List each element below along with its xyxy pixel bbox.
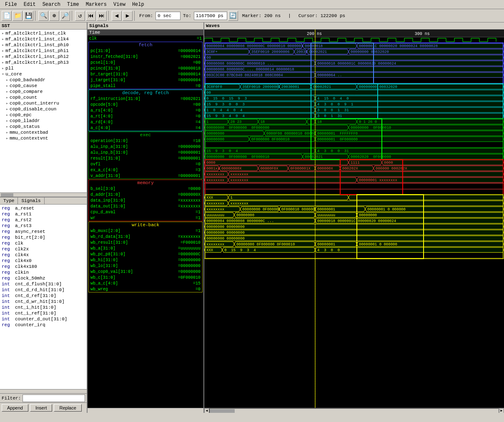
ts-row: intcnt_d_ref[31:0] bbox=[1, 293, 86, 299]
ts-row: intcnt_i_hit[31:0] bbox=[1, 305, 86, 310]
sst-item[interactable]: ▸cop0_disable_coun bbox=[1, 106, 86, 112]
sig-row: wb_pc_p8[31:0]=0000000C bbox=[89, 251, 202, 257]
memory-title: memory bbox=[89, 180, 202, 186]
sig-row: j_target[31:0]=00000084 bbox=[89, 77, 202, 83]
ts-content[interactable]: rega_reset rega_rst1 rega_rst2 rega_rst3… bbox=[0, 205, 87, 389]
ts-row: rega_rst2 bbox=[1, 217, 86, 223]
sig-row: pc[31:0]=00000014 bbox=[89, 48, 202, 54]
main-area: SST ▸mf_altclkctrl_inst_clk ▸mf_altclkct… bbox=[0, 22, 504, 413]
sst-item[interactable]: ▸mf_altclkctrl_inst_phi1 bbox=[1, 48, 86, 54]
sst-item[interactable]: ▸mf_altclkctrl_inst_clk bbox=[1, 30, 86, 36]
tab-signals[interactable]: Signals bbox=[18, 197, 44, 204]
sig-row: wb_a_c[4:0]=15 bbox=[89, 280, 202, 286]
scroll-track[interactable] bbox=[209, 408, 499, 413]
scroll-left-arrow[interactable]: ◀ bbox=[204, 408, 209, 413]
ts-row: intcnt_i_ref[31:0] bbox=[1, 310, 86, 316]
refresh-button[interactable]: 🔄 bbox=[228, 11, 238, 21]
signals-header: Signals bbox=[88, 22, 203, 30]
menu-edit[interactable]: Edit bbox=[20, 1, 39, 8]
tab-type[interactable]: Type bbox=[0, 197, 18, 204]
sig-row: opcode[5:0]=00 bbox=[89, 102, 202, 107]
sig-row: br_target[31:0]=00000014 bbox=[89, 71, 202, 77]
sst-item[interactable]: ▸cop0_count_interru bbox=[1, 100, 86, 106]
sig-row: rf_instruction[31:0]=0002021 bbox=[89, 96, 202, 102]
sig-clk: clk =1 bbox=[88, 35, 203, 41]
sig-row: data_out[31:0]=xxxxxxxx bbox=[89, 203, 202, 209]
waves-scrollbar-h[interactable]: ◀ ▶ bbox=[204, 408, 504, 413]
ts-row: regclk4x180 bbox=[1, 264, 86, 270]
filter-input[interactable] bbox=[23, 395, 85, 402]
sig-row: ovfl=0 bbox=[89, 161, 202, 167]
marker-info: Marker: 200 ns bbox=[239, 13, 284, 18]
menu-search[interactable]: Search bbox=[39, 1, 64, 8]
sig-row: v_addr[31:0]=00000001 bbox=[89, 173, 202, 179]
ts-row: regcounter_irq bbox=[1, 322, 86, 328]
sig-row: data_inp[31:0]=xxxxxxxx bbox=[89, 197, 202, 203]
prev-marker-button[interactable]: ⏮ bbox=[86, 11, 96, 21]
toolbar: 📄 📁 💾 🔍 ⊕ 🔎 ↺ ⏮ ⏭ ◀ ▶ From: To: 🔄 Marker… bbox=[0, 9, 504, 22]
waves-content[interactable] bbox=[204, 30, 504, 408]
waves-panel: Waves ◀ ▶ bbox=[204, 22, 504, 413]
sst-item[interactable]: ▸cop0_badvaddr bbox=[1, 77, 86, 83]
new-button[interactable]: 📄 bbox=[2, 11, 12, 21]
sst-item[interactable]: ▸mf_altclkctrl_inst_phi0 bbox=[1, 42, 86, 48]
menu-markers[interactable]: Markers bbox=[83, 1, 110, 8]
to-input[interactable] bbox=[194, 12, 227, 20]
ts-row: intcounter_d_out[31:0] bbox=[1, 316, 86, 322]
sst-item[interactable]: ▸cop0_lladdr bbox=[1, 118, 86, 124]
fetch-title: fetch bbox=[89, 42, 202, 48]
append-button[interactable]: Append bbox=[2, 404, 28, 412]
menu-time[interactable]: Time bbox=[64, 1, 83, 8]
sig-row: instr_fetched[31:0]=0002021 bbox=[89, 54, 202, 60]
sst-item[interactable]: ▸mf_altclkctrl_inst_phi2 bbox=[1, 54, 86, 60]
sst-item[interactable]: ▸mf_altclkctrl_inst_phi3 bbox=[1, 60, 86, 65]
ts-row: regclk bbox=[1, 240, 86, 246]
sst-item[interactable]: ▸cop0_count bbox=[1, 95, 86, 100]
next-marker-button[interactable]: ⏭ bbox=[97, 11, 107, 21]
from-input[interactable] bbox=[155, 12, 181, 20]
sst-header: SST bbox=[0, 22, 87, 30]
decode-title: decode, reg fetch bbox=[89, 90, 202, 96]
sig-row: d_addr[31:0]=0000000X bbox=[89, 192, 202, 197]
replace-button[interactable]: Replace bbox=[54, 404, 81, 412]
open-button[interactable]: 📁 bbox=[13, 11, 23, 21]
sst-item[interactable]: ▸mf_altclkctrl_inst_clk4 bbox=[1, 36, 86, 42]
ts-scrollbar[interactable] bbox=[0, 389, 87, 393]
zoom-in-button[interactable]: 🔍 bbox=[38, 11, 48, 21]
sst-item[interactable]: ▸cop0_epc bbox=[1, 112, 86, 118]
reload-button[interactable]: ↺ bbox=[75, 11, 85, 21]
next-button[interactable]: ▶ bbox=[123, 11, 133, 21]
ts-row: intcnt_d_flush[31:0] bbox=[1, 281, 86, 287]
zoom-fit-button[interactable]: ⊕ bbox=[49, 11, 59, 21]
filter-row: Filter: bbox=[0, 393, 87, 402]
scroll-right-arrow[interactable]: ▶ bbox=[499, 408, 504, 413]
sst-content[interactable]: ▸mf_altclkctrl_inst_clk ▸mf_altclkctrl_i… bbox=[0, 30, 87, 192]
insert-button[interactable]: Insert bbox=[30, 404, 53, 412]
sig-row: a_c[4:0]=4 bbox=[89, 125, 202, 131]
sig-row: wb_cop0_val[31:0]=00000000 bbox=[89, 269, 202, 275]
sst-item[interactable]: ▸cop0_cause bbox=[1, 83, 86, 89]
sst-item-ucore[interactable]: ▾u_core bbox=[1, 71, 86, 77]
sig-row: wb_result[31:0]=F000010 bbox=[89, 240, 202, 245]
sst-item[interactable]: ▸cop0_compare bbox=[1, 89, 86, 95]
sig-row: ex_a_c[4:0]=3 bbox=[89, 167, 202, 173]
sig-row: wb_rd_data[31:0]=xxxxxxxx bbox=[89, 234, 202, 240]
save-button[interactable]: 💾 bbox=[23, 11, 33, 21]
menu-help[interactable]: Help bbox=[129, 1, 148, 8]
menu-file[interactable]: File bbox=[2, 1, 20, 8]
menu-view[interactable]: View bbox=[110, 1, 129, 8]
prev-button[interactable]: ◀ bbox=[112, 11, 122, 21]
sst-item[interactable]: ▸mmu_contextbad bbox=[1, 130, 86, 135]
zoom-out-button[interactable]: 🔎 bbox=[60, 11, 70, 21]
waves-canvas[interactable] bbox=[204, 30, 504, 408]
ts-row: intcnt_d_rd_hit[31:0] bbox=[1, 287, 86, 293]
sig-row: wb_c[31:0]=0F000010 bbox=[89, 275, 202, 280]
type-signals-panel: Type Signals rega_reset rega_rst1 rega_r… bbox=[0, 197, 87, 413]
signals-scrollbar[interactable] bbox=[88, 408, 203, 413]
sst-item[interactable]: ▸cop0_status bbox=[1, 124, 86, 130]
ts-row: regclkin bbox=[1, 270, 86, 275]
sst-item[interactable]: ▸mmu_contextvnt bbox=[1, 135, 86, 141]
sig-row: a_rd[4:0]=4 bbox=[89, 119, 202, 125]
sst-item[interactable]: ▸pll bbox=[1, 65, 86, 71]
sst-scrollbar[interactable] bbox=[0, 192, 87, 197]
